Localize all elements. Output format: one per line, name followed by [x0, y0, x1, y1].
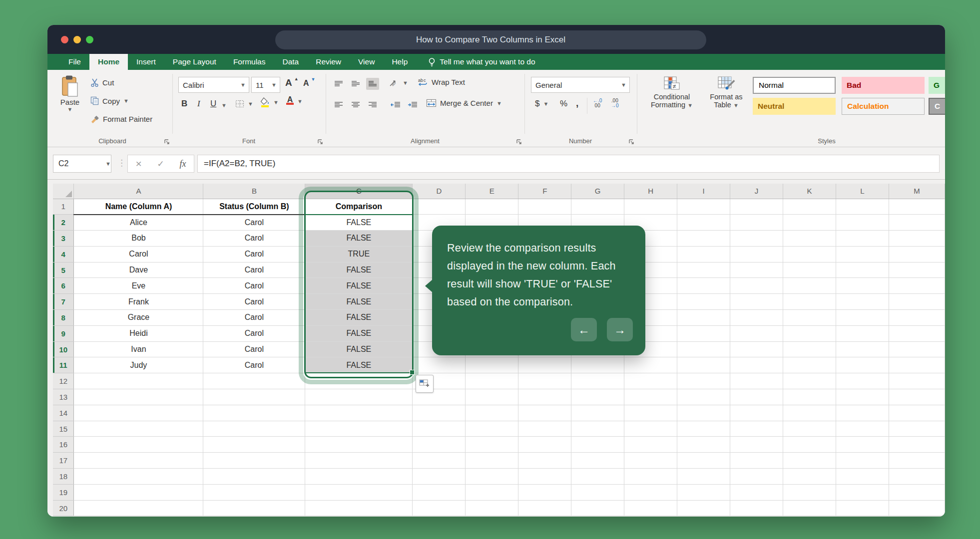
wrap-text-button[interactable]: abc Wrap Text — [418, 78, 465, 86]
cell-J20[interactable] — [730, 500, 783, 516]
row-header-6[interactable]: 6 — [53, 278, 74, 294]
fill-color-button[interactable]: ▼ — [260, 97, 279, 107]
cell-F1[interactable] — [518, 199, 571, 215]
cell-K3[interactable] — [783, 231, 836, 247]
cell-B14[interactable] — [203, 405, 305, 421]
cell-C2[interactable]: FALSE — [305, 215, 413, 231]
style-chip-good[interactable]: G — [929, 77, 945, 94]
column-header-A[interactable]: A — [74, 184, 203, 199]
align-right-button[interactable] — [366, 99, 379, 111]
row-header-18[interactable]: 18 — [53, 469, 74, 485]
cell-J11[interactable] — [730, 357, 783, 373]
cell-G20[interactable] — [571, 500, 624, 516]
font-name-select[interactable]: Calibri ▼ — [178, 77, 249, 93]
cell-A3[interactable]: Bob — [74, 231, 203, 247]
cell-M20[interactable] — [889, 500, 945, 516]
bold-button[interactable]: B — [181, 99, 187, 109]
cell-K4[interactable] — [783, 246, 836, 262]
comma-button[interactable]: , — [576, 98, 578, 109]
format-as-table-button[interactable]: Format as Table ▼ — [703, 76, 750, 109]
cell-K5[interactable] — [783, 262, 836, 278]
cell-L2[interactable] — [836, 215, 889, 231]
cell-D18[interactable] — [413, 469, 466, 485]
cell-I12[interactable] — [677, 373, 730, 389]
merge-center-button[interactable]: Merge & Center ▼ — [426, 99, 502, 107]
cell-A6[interactable]: Eve — [74, 278, 203, 294]
column-header-H[interactable]: H — [624, 184, 677, 199]
borders-button[interactable]: ▼ — [235, 100, 253, 108]
cell-B18[interactable] — [203, 469, 305, 485]
percent-button[interactable]: % — [560, 99, 567, 109]
increase-font-button[interactable]: A▲ — [285, 77, 300, 88]
cell-M9[interactable] — [889, 325, 945, 341]
cell-B19[interactable] — [203, 484, 305, 500]
cell-F16[interactable] — [518, 437, 571, 453]
cell-B9[interactable]: Carol — [203, 325, 305, 341]
cell-H11[interactable] — [624, 357, 677, 373]
cell-A9[interactable]: Heidi — [74, 325, 203, 341]
cell-J9[interactable] — [730, 325, 783, 341]
cell-K12[interactable] — [783, 373, 836, 389]
cell-G15[interactable] — [571, 421, 624, 437]
cell-L15[interactable] — [836, 421, 889, 437]
row-header-12[interactable]: 12 — [53, 373, 74, 389]
cell-C3[interactable]: FALSE — [305, 231, 413, 247]
row-header-16[interactable]: 16 — [53, 437, 74, 453]
cell-C18[interactable] — [305, 469, 413, 485]
conditional-formatting-button[interactable]: ≠ Conditional Formatting ▼ — [645, 76, 699, 109]
cell-L6[interactable] — [836, 278, 889, 294]
cell-D20[interactable] — [413, 500, 466, 516]
copy-button[interactable]: Copy ▼ — [90, 96, 129, 105]
column-header-M[interactable]: M — [889, 184, 945, 199]
cell-C13[interactable] — [305, 389, 413, 405]
cell-F19[interactable] — [518, 484, 571, 500]
cell-L3[interactable] — [836, 231, 889, 247]
cell-H13[interactable] — [624, 389, 677, 405]
increase-indent-button[interactable] — [406, 99, 419, 111]
cell-E17[interactable] — [466, 453, 518, 469]
cell-L19[interactable] — [836, 484, 889, 500]
cell-M11[interactable] — [889, 357, 945, 373]
cell-I3[interactable] — [677, 231, 730, 247]
cell-A14[interactable] — [74, 405, 203, 421]
cell-A19[interactable] — [74, 484, 203, 500]
insert-function-button[interactable]: fx — [180, 159, 186, 169]
cell-I10[interactable] — [677, 341, 730, 357]
align-left-button[interactable] — [332, 99, 345, 111]
paste-button[interactable]: Paste ▼ — [55, 75, 84, 112]
cell-C12[interactable] — [305, 373, 413, 389]
cell-G13[interactable] — [571, 389, 624, 405]
row-header-1[interactable]: 1 — [53, 199, 74, 215]
cell-F20[interactable] — [518, 500, 571, 516]
cell-M17[interactable] — [889, 453, 945, 469]
cell-B6[interactable]: Carol — [203, 278, 305, 294]
alignment-dialog-launcher[interactable] — [516, 138, 522, 144]
cell-I16[interactable] — [677, 437, 730, 453]
cell-I19[interactable] — [677, 484, 730, 500]
style-chip-normal[interactable]: Normal — [753, 77, 836, 94]
cell-I7[interactable] — [677, 294, 730, 310]
cell-K2[interactable] — [783, 215, 836, 231]
cell-G19[interactable] — [571, 484, 624, 500]
cell-A17[interactable] — [74, 453, 203, 469]
cell-H18[interactable] — [624, 469, 677, 485]
cell-C20[interactable] — [305, 500, 413, 516]
row-header-14[interactable]: 14 — [53, 405, 74, 421]
cell-C14[interactable] — [305, 405, 413, 421]
cell-B20[interactable] — [203, 500, 305, 516]
row-header-10[interactable]: 10 — [53, 341, 74, 357]
cell-B5[interactable]: Carol — [203, 262, 305, 278]
tab-review[interactable]: Review — [307, 54, 350, 70]
cell-M7[interactable] — [889, 294, 945, 310]
cell-B15[interactable] — [203, 421, 305, 437]
cell-I11[interactable] — [677, 357, 730, 373]
cell-K17[interactable] — [783, 453, 836, 469]
cell-G1[interactable] — [571, 199, 624, 215]
cell-H20[interactable] — [624, 500, 677, 516]
cell-D1[interactable] — [413, 199, 466, 215]
column-header-C[interactable]: C — [305, 184, 413, 199]
next-step-button[interactable]: → — [607, 318, 633, 341]
row-header-7[interactable]: 7 — [53, 294, 74, 310]
cell-C1[interactable]: Comparison — [305, 199, 413, 215]
fill-handle[interactable] — [410, 370, 415, 375]
